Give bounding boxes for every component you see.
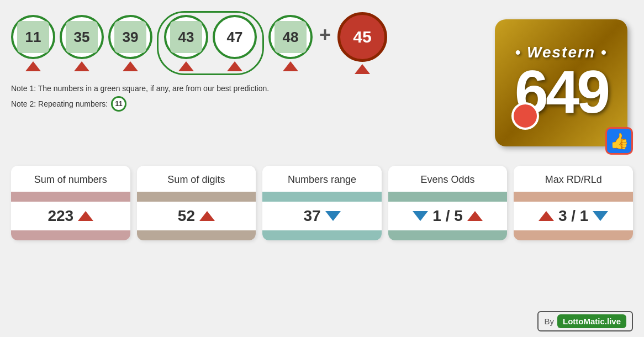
stat-value-evens-odds: 1 / 5	[388, 202, 508, 230]
stat-bar-bottom-sum-digits	[137, 230, 256, 240]
repeating-badge: 11	[111, 96, 126, 112]
ball-39: 39	[108, 15, 152, 59]
arrow-down-numbers-range	[325, 211, 341, 221]
stat-title-numbers-range: Numbers range	[262, 166, 382, 192]
ball-45-number: 45	[353, 28, 371, 46]
footer-box: By LottoMatic.live	[537, 311, 633, 331]
note1-text: Note 1: The numbers in a green square, i…	[11, 84, 269, 93]
stat-title-max-rd: Max RD/RLd	[514, 166, 633, 192]
arrow-up-43	[178, 61, 194, 71]
ball-inner-48: 48	[275, 21, 307, 53]
thumbs-up-icon: 👍	[610, 132, 629, 150]
stat-bar-bottom-numbers-range	[262, 230, 382, 240]
stat-bar-top-sum-digits	[137, 192, 256, 202]
stat-card-max-rd: Max RD/RLd 3 / 1	[514, 166, 633, 240]
stat-title-sum-digits: Sum of digits	[137, 166, 256, 192]
ball-inner-35: 35	[66, 21, 98, 53]
ball-48: 48	[268, 15, 313, 59]
ball-35: 35	[60, 15, 104, 59]
rect-group: 43 47	[157, 11, 264, 75]
ball-inner-43: 43	[170, 21, 202, 53]
stat-bar-top-numbers-range	[262, 192, 382, 202]
stat-card-sum-digits: Sum of digits 52	[137, 166, 256, 240]
stat-value-max-rd: 3 / 1	[514, 202, 633, 230]
ball-inner-11: 11	[17, 21, 49, 53]
footer: By LottoMatic.live	[537, 311, 633, 331]
stats-section: Sum of numbers 223 Sum of digits 52 Numb…	[11, 166, 633, 240]
stat-card-evens-odds: Evens Odds 1 / 5	[388, 166, 508, 240]
stat-value-sum-digits: 52	[137, 202, 256, 230]
ball-47: 47	[213, 15, 257, 59]
stat-card-numbers-range: Numbers range 37	[262, 166, 382, 240]
plus-sign: +	[319, 23, 331, 63]
stat-number-evens-odds: 1 / 5	[432, 207, 462, 225]
ball-wrapper-43: 43	[164, 15, 208, 71]
stat-bar-top-sum-numbers	[11, 192, 130, 202]
ball-wrapper-39: 39	[108, 15, 152, 71]
note1-line: Note 1: The numbers in a green square, i…	[11, 84, 489, 93]
note2-line: Note 2: Repeating numbers: 11	[11, 96, 489, 112]
balls-row: 11 35 39	[11, 11, 489, 75]
notes-section: Note 1: The numbers in a green square, i…	[11, 84, 489, 115]
stat-bar-bottom-max-rd	[514, 230, 633, 240]
ball-wrapper-45: 45	[337, 12, 387, 74]
stat-title-evens-odds: Evens Odds	[388, 166, 508, 192]
stat-value-numbers-range: 37	[262, 202, 382, 230]
ball-45-bonus: 45	[337, 12, 387, 62]
top-section: 11 35 39	[11, 11, 633, 155]
ball-inner-39: 39	[114, 21, 146, 53]
arrow-up-sum-digits	[199, 211, 215, 221]
stat-number-sum-digits: 52	[178, 207, 195, 225]
arrow-up-11	[25, 61, 41, 71]
stat-bar-top-evens-odds	[388, 192, 508, 202]
arrow-up-max-rd	[539, 211, 554, 221]
arrow-down-max-rd	[593, 211, 608, 221]
ball-wrapper-48: 48	[268, 15, 313, 71]
arrow-up-odds	[467, 211, 483, 221]
arrow-down-evens	[413, 211, 428, 221]
arrow-up-48	[283, 61, 298, 71]
stat-number-sum-numbers: 223	[47, 207, 73, 225]
balls-section: 11 35 39	[11, 11, 489, 122]
ball-43: 43	[164, 15, 208, 59]
stat-bar-bottom-evens-odds	[388, 230, 508, 240]
stat-number-numbers-range: 37	[303, 207, 320, 225]
stat-card-sum-numbers: Sum of numbers 223	[11, 166, 130, 240]
thumbs-up-badge[interactable]: 👍	[605, 127, 633, 155]
logo-area: Western 649 👍	[489, 11, 633, 155]
western-logo-dot	[511, 102, 539, 130]
footer-brand[interactable]: LottoMatic.live	[557, 314, 626, 328]
ball-wrapper-35: 35	[60, 15, 104, 71]
footer-by-text: By	[544, 317, 554, 326]
note2-text: Note 2: Repeating numbers:	[11, 99, 108, 108]
stat-bar-bottom-sum-numbers	[11, 230, 130, 240]
arrow-up-47	[227, 61, 242, 71]
stat-title-sum-numbers: Sum of numbers	[11, 166, 130, 192]
ball-wrapper-11: 11	[11, 15, 55, 71]
stat-value-sum-numbers: 223	[11, 202, 130, 230]
stat-bar-top-max-rd	[514, 192, 633, 202]
repeating-number: 11	[115, 100, 122, 108]
ball-wrapper-47: 47	[213, 15, 257, 71]
ball-11: 11	[11, 15, 55, 59]
arrow-up-39	[123, 61, 138, 71]
arrow-up-sum-numbers	[78, 211, 93, 221]
arrow-up-35	[74, 61, 89, 71]
arrow-up-45	[355, 64, 370, 74]
main-container: 11 35 39	[0, 0, 644, 337]
stat-number-max-rd: 3 / 1	[558, 207, 588, 225]
